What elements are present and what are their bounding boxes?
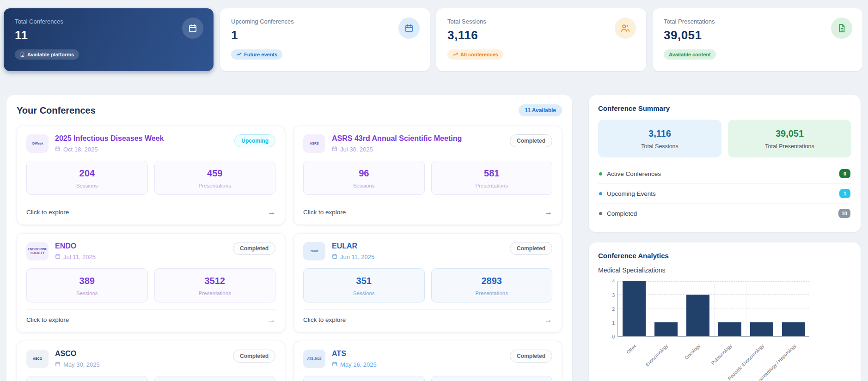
count-badge: 10 bbox=[838, 209, 850, 218]
stat-label: Upcoming Conferences bbox=[231, 18, 419, 25]
conference-date: Jul 11, 2025 bbox=[55, 254, 226, 260]
summary-row-label: Upcoming Events bbox=[607, 190, 839, 197]
presentations-stat-box: 459 Presentations bbox=[154, 161, 276, 195]
stat-badge: Available platforms bbox=[15, 49, 79, 60]
arrow-right-icon[interactable]: → bbox=[544, 316, 552, 324]
sessions-label: Sessions bbox=[31, 183, 143, 188]
stat-card: Total Conferences 11 Available platforms bbox=[4, 8, 214, 71]
stats-row: Total Conferences 11 Available platforms… bbox=[0, 0, 868, 71]
chart-bar bbox=[623, 281, 646, 336]
count-badge: 1 bbox=[839, 189, 850, 198]
arrow-right-icon[interactable]: → bbox=[544, 208, 552, 216]
y-axis-tick: 2 bbox=[598, 307, 615, 312]
summary-rows: Active Conferences 0 Upcoming Events 1 C… bbox=[598, 164, 851, 223]
presentations-label: Presentations bbox=[436, 290, 548, 296]
stat-value: 3,116 bbox=[447, 28, 635, 42]
chart-bar bbox=[750, 322, 773, 336]
sessions-stat-box: Sessions bbox=[303, 376, 425, 381]
conference-card[interactable]: ASCO ASCO May 30, 2025 Completed Session… bbox=[17, 341, 285, 381]
stat-value: 1 bbox=[231, 28, 419, 42]
stat-label: Total Presentations bbox=[664, 18, 851, 25]
stat-badge-icon bbox=[236, 52, 242, 57]
chart-title: Medical Specializations bbox=[598, 266, 851, 274]
conference-date-text: Oct 18, 2025 bbox=[63, 146, 98, 153]
chart-bar bbox=[782, 322, 805, 336]
conference-title[interactable]: ENDO bbox=[55, 242, 226, 250]
explore-label: Click to explore bbox=[303, 209, 346, 216]
sessions-stat-box: 96 Sessions bbox=[303, 161, 425, 195]
total-presentations-box: 39,051 Total Presentations bbox=[728, 120, 851, 157]
conference-title[interactable]: ATS bbox=[332, 350, 503, 358]
conference-card[interactable]: ATS 2025 ATS May 16, 2025 Completed Sess… bbox=[293, 341, 562, 381]
calendar-icon bbox=[55, 254, 61, 260]
presentations-label: Presentations bbox=[436, 183, 548, 188]
conference-date: Oct 18, 2025 bbox=[55, 146, 228, 153]
presentations-label: Presentations bbox=[159, 290, 271, 296]
sidebar: Conference Summary 3,116 Total Sessions … bbox=[589, 95, 861, 381]
sessions-stat-box: 204 Sessions bbox=[26, 161, 148, 195]
conference-title[interactable]: ASRS 43rd Annual Scientific Meeting bbox=[332, 134, 503, 143]
stat-badge-label: Available platforms bbox=[27, 52, 74, 57]
conference-logo-text: ASCO bbox=[33, 357, 42, 361]
stat-badge: Available content bbox=[664, 49, 716, 60]
arrow-right-icon[interactable]: → bbox=[268, 208, 275, 216]
stat-label: Total Conferences bbox=[15, 18, 202, 25]
sessions-count: 351 bbox=[308, 276, 420, 286]
panel-title: Your Conferences bbox=[17, 105, 96, 116]
summary-row: Completed 10 bbox=[598, 204, 851, 223]
conference-date: May 30, 2025 bbox=[55, 361, 226, 368]
stat-card: Total Presentations 39,051 Available con… bbox=[653, 8, 862, 71]
stat-badge-icon bbox=[20, 52, 25, 57]
chart-bar bbox=[686, 295, 709, 336]
x-axis-label: Pulmonology bbox=[710, 343, 733, 366]
sessions-label: Sessions bbox=[31, 290, 143, 296]
conference-logo: IDWeek bbox=[26, 134, 49, 153]
sessions-stat-box: Sessions bbox=[26, 376, 148, 381]
conference-card[interactable]: eular EULAR Jun 11, 2025 Completed 351 S… bbox=[293, 233, 562, 333]
arrow-right-icon[interactable]: → bbox=[268, 316, 275, 324]
conference-card[interactable]: IDWeek 2025 Infectious Diseases Week Oct… bbox=[17, 126, 285, 225]
conference-card[interactable]: ENDOCRINE SOCIETY ENDO Jul 11, 2025 Comp… bbox=[17, 233, 285, 333]
conference-title[interactable]: 2025 Infectious Diseases Week bbox=[55, 134, 228, 143]
count-badge: 0 bbox=[839, 169, 850, 178]
presentations-label: Presentations bbox=[159, 183, 271, 188]
presentations-stat-box: 3512 Presentations bbox=[154, 268, 276, 302]
status-dot-icon bbox=[599, 192, 602, 195]
conference-logo-text: IDWeek bbox=[31, 142, 43, 145]
presentations-count: 3512 bbox=[159, 276, 271, 286]
summary-title: Conference Summary bbox=[598, 104, 851, 112]
calendar-icon bbox=[182, 18, 203, 39]
calendar-icon bbox=[55, 146, 61, 153]
total-presentations-value: 39,051 bbox=[733, 128, 847, 139]
presentations-stat-box: Presentations bbox=[154, 376, 276, 381]
summary-row-label: Active Conferences bbox=[607, 170, 839, 177]
conference-title[interactable]: EULAR bbox=[332, 242, 503, 250]
total-presentations-label: Total Presentations bbox=[733, 143, 847, 150]
sessions-stat-box: 389 Sessions bbox=[26, 268, 148, 302]
stat-badge-label: All conferences bbox=[460, 52, 498, 57]
conference-date: Jul 30, 2025 bbox=[332, 146, 503, 153]
conference-analytics-card: Conference Analytics Medical Specializat… bbox=[589, 242, 861, 381]
calendar-icon bbox=[332, 146, 337, 153]
conference-card[interactable]: ASRS ASRS 43rd Annual Scientific Meeting… bbox=[293, 126, 562, 225]
presentations-count: 459 bbox=[159, 168, 271, 179]
calendar-icon bbox=[398, 18, 420, 39]
analytics-title: Conference Analytics bbox=[598, 252, 851, 260]
summary-row: Active Conferences 0 bbox=[598, 164, 851, 184]
sessions-label: Sessions bbox=[308, 183, 420, 188]
available-count-badge: 11 Available bbox=[519, 104, 562, 116]
conference-date-text: Jul 30, 2025 bbox=[340, 146, 373, 153]
x-axis-label: Other bbox=[625, 343, 637, 355]
conference-logo-text: ENDOCRINE SOCIETY bbox=[27, 248, 48, 254]
presentations-stat-box: 2893 Presentations bbox=[431, 268, 553, 302]
status-badge: Completed bbox=[510, 242, 552, 255]
sessions-count: 389 bbox=[31, 276, 143, 286]
conference-logo: ASCO bbox=[26, 350, 49, 368]
conference-date: Jun 11, 2025 bbox=[332, 254, 503, 260]
sessions-stat-box: 351 Sessions bbox=[303, 268, 425, 302]
status-badge: Completed bbox=[510, 134, 552, 147]
conference-title[interactable]: ASCO bbox=[55, 350, 226, 358]
conference-date: May 16, 2025 bbox=[332, 361, 503, 368]
presentations-stat-box: Presentations bbox=[431, 376, 553, 381]
status-dot-icon bbox=[599, 212, 602, 215]
